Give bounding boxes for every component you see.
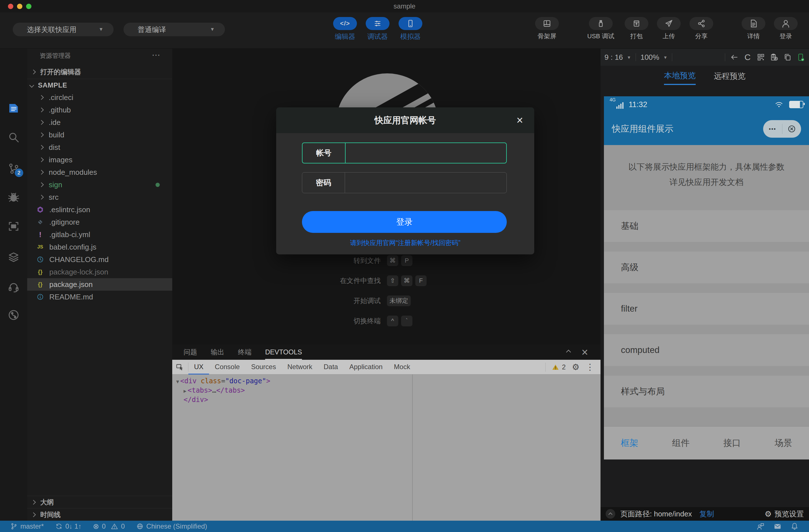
nav-scenes[interactable]: 场景 (758, 427, 809, 460)
devtools-tab-data[interactable]: Data (318, 360, 344, 375)
tree-folder-.github[interactable]: .github (27, 104, 172, 116)
close-panel-icon[interactable]: × (582, 346, 588, 359)
devtools-tab-console[interactable]: Console (209, 360, 245, 375)
devtools-menu-icon[interactable]: ⋮ (586, 362, 594, 372)
copy-path-link[interactable]: 复制 (700, 509, 714, 519)
tree-folder-.circleci[interactable]: .circleci (27, 91, 172, 104)
language-status[interactable]: Chinese (Simplified) (136, 522, 207, 530)
tab-remote-preview[interactable]: 远程预览 (714, 71, 745, 84)
tree-folder-build[interactable]: build (27, 128, 172, 141)
more-actions-icon[interactable]: ⋯ (152, 50, 160, 60)
nav-interfaces[interactable]: 接口 (706, 427, 758, 460)
nav-components[interactable]: 组件 (655, 427, 706, 460)
explorer-icon[interactable] (7, 102, 20, 115)
preview-tab-bar: 本地预览 远程预览 (601, 66, 809, 89)
devtools-settings-icon[interactable]: ⚙ (572, 362, 580, 372)
component-list: 基础 高级 filter computed 样式与布局 (604, 210, 809, 417)
qr-code-icon[interactable] (757, 53, 765, 62)
project-root-folder[interactable]: SAMPLE (27, 79, 172, 91)
source-control-icon[interactable]: 2 (7, 162, 20, 175)
devtools-split-handle[interactable] (412, 375, 413, 521)
mail-icon[interactable] (773, 522, 782, 531)
timeline-section[interactable]: 时间线 (27, 508, 172, 521)
outline-section[interactable]: 大纲 (27, 496, 172, 508)
tab-output[interactable]: 输出 (211, 344, 224, 360)
git-branch-status[interactable]: master* (10, 522, 44, 530)
list-item-basic[interactable]: 基础 (604, 210, 809, 242)
devtools-tab-network[interactable]: Network (281, 360, 318, 375)
devtools-tab-application[interactable]: Application (344, 360, 388, 375)
device-connected-icon[interactable] (796, 53, 805, 62)
close-app-icon[interactable] (787, 124, 796, 133)
reload-icon[interactable]: C (743, 53, 752, 62)
tab-terminal[interactable]: 终端 (238, 344, 252, 360)
tab-devtools[interactable]: DEVTOOLS (265, 344, 302, 360)
modal-title: 快应用官网帐号 (375, 115, 436, 126)
history-clipboard-icon[interactable] (770, 53, 778, 62)
preview-icon[interactable] (7, 220, 20, 233)
tree-file-.gitlab-ci.yml[interactable]: !.gitlab-ci.yml (27, 228, 172, 241)
select-app-dropdown[interactable]: 选择关联快应用 ▼ (13, 23, 114, 36)
copy-icon[interactable] (783, 53, 792, 62)
nav-framework[interactable]: 框架 (604, 427, 655, 460)
problems-status[interactable]: ⊗ 0 0 (93, 522, 125, 531)
chevron-up-icon[interactable] (566, 350, 571, 355)
register-recover-link[interactable]: 请到快应用官网“注册新帐号/找回密码” (276, 239, 534, 247)
fork-icon[interactable] (7, 309, 20, 321)
more-menu-icon[interactable]: ••• (763, 126, 782, 132)
devtools-tab-sources[interactable]: Sources (245, 360, 281, 375)
account-input[interactable] (346, 143, 506, 163)
share-button[interactable]: 分享 (677, 17, 725, 40)
compile-mode-dropdown[interactable]: 普通编译 ▼ (123, 23, 225, 36)
zoom-select[interactable]: 100% (640, 53, 659, 62)
dom-node[interactable]: ▶<tabs>…</tabs> (176, 386, 270, 395)
aspect-ratio-select[interactable]: 9 : 16 (604, 53, 623, 62)
tree-file-package-lock.json[interactable]: {}package-lock.json (27, 266, 172, 278)
file-name: .gitignore (49, 218, 80, 227)
collapse-icon[interactable] (606, 509, 615, 519)
inspect-element-icon[interactable] (176, 363, 184, 371)
list-item-computed[interactable]: computed (604, 334, 809, 366)
close-icon[interactable]: × (513, 107, 527, 133)
list-item-filter[interactable]: filter (604, 293, 809, 325)
tab-problems[interactable]: 问题 (184, 344, 197, 360)
notifications-icon[interactable] (790, 522, 799, 531)
tree-folder-node_modules[interactable]: node_modules (27, 166, 172, 178)
skeleton-screen-button[interactable]: 骨架屏 (523, 17, 571, 40)
git-sync-status[interactable]: 0↓ 1↑ (55, 522, 82, 530)
tree-file-.gitignore[interactable]: .gitignore (27, 216, 172, 228)
tree-folder-sign[interactable]: sign (27, 178, 172, 191)
login-button[interactable]: 登录 (762, 17, 809, 40)
list-item-style-layout[interactable]: 样式与布局 (604, 376, 809, 407)
tree-file-babel.config.js[interactable]: JSbabel.config.js (27, 241, 172, 253)
login-submit-button[interactable]: 登录 (302, 211, 507, 233)
dom-node[interactable]: </div> (176, 395, 270, 404)
devtools-tab-ux[interactable]: UX (188, 360, 209, 375)
debug-icon[interactable] (7, 191, 20, 203)
tree-file-CHANGELOG.md[interactable]: CHANGELOG.md (27, 253, 172, 266)
devtools-tab-mock[interactable]: Mock (388, 360, 416, 375)
support-icon[interactable] (7, 280, 20, 293)
search-icon[interactable] (7, 131, 20, 143)
open-editors-section[interactable]: 打开的编辑器 (27, 66, 172, 78)
back-icon[interactable] (730, 53, 738, 62)
tree-folder-src[interactable]: src (27, 191, 172, 203)
status-bar: master* 0↓ 1↑ ⊗ 0 0 Chinese (Simplified) (0, 521, 809, 532)
simulator-view-button[interactable]: 模拟器 (386, 17, 434, 41)
dom-node[interactable]: ▼<div class="doc-page"> (176, 377, 270, 386)
tree-folder-images[interactable]: images (27, 154, 172, 166)
layers-icon[interactable] (7, 251, 20, 263)
feedback-icon[interactable] (756, 522, 765, 531)
tree-file-README.md[interactable]: README.md (27, 291, 172, 303)
tree-file-package.json[interactable]: {}package.json (27, 278, 172, 291)
tab-local-preview[interactable]: 本地预览 (664, 70, 696, 85)
password-input[interactable] (345, 173, 506, 193)
tree-folder-.ide[interactable]: .ide (27, 116, 172, 128)
list-item-advanced[interactable]: 高级 (604, 252, 809, 283)
tree-folder-dist[interactable]: dist (27, 141, 172, 154)
gitlab-icon: ! (36, 230, 44, 239)
dom-tree[interactable]: ▼<div class="doc-page">▶<tabs>…</tabs></… (176, 377, 270, 404)
tree-file-.eslintrc.json[interactable]: .eslintrc.json (27, 203, 172, 216)
warning-icon[interactable] (552, 363, 559, 371)
preview-settings-button[interactable]: ⚙ 预览设置 (764, 509, 804, 519)
